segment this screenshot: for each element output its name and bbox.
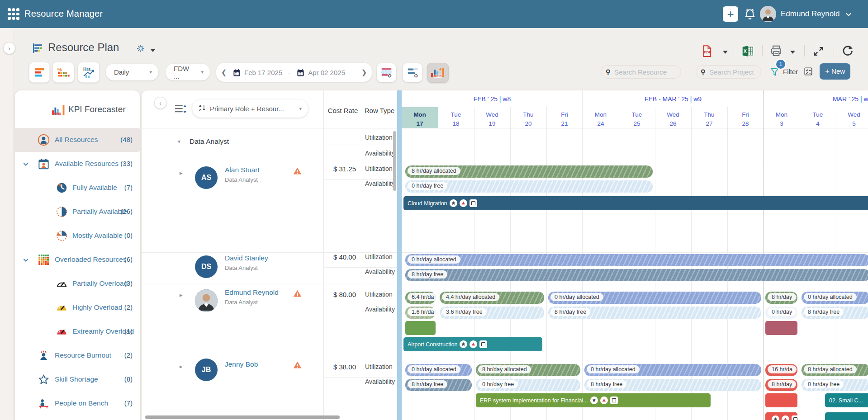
availability-bar[interactable]: 8 hr/day free bbox=[802, 307, 868, 319]
task-square-icon[interactable] bbox=[610, 396, 618, 404]
export-pdf-icon[interactable]: PDF bbox=[700, 44, 714, 58]
resource-name[interactable]: Alan Stuart bbox=[225, 166, 260, 174]
sidebar-item-extreamly-overload[interactable]: Extreamly Overload(1) bbox=[15, 320, 140, 344]
sidebar-item-mostly-available[interactable]: Mostly Available(0) bbox=[15, 224, 140, 248]
allocation-bar[interactable]: 0 hr/day allocated bbox=[584, 364, 761, 376]
availability-bar[interactable]: 0 hr/day bbox=[765, 307, 797, 319]
project-bar-02-small-c[interactable]: 02. Small C... bbox=[825, 393, 868, 407]
alert-triangle-icon[interactable] bbox=[782, 415, 789, 420]
view-hours-button[interactable]: Hrs bbox=[78, 62, 100, 83]
project-bar[interactable] bbox=[405, 321, 436, 335]
sidebar-item-overloaded-resources[interactable]: Overloaded Resources(6) bbox=[15, 248, 140, 272]
row-expander-caret[interactable]: ▸ bbox=[180, 292, 183, 298]
allocation-bar[interactable]: 6.4 hr/da bbox=[405, 292, 436, 304]
export-excel-icon[interactable]: X bbox=[741, 44, 754, 58]
availability-bar[interactable]: 8 hr/day bbox=[765, 379, 797, 391]
date-to-value[interactable]: Apr 02 2025 bbox=[308, 69, 345, 76]
resource-name[interactable]: Jenny Bob bbox=[225, 360, 258, 368]
calendar-granularity-select[interactable]: Daily ▾ bbox=[106, 64, 158, 80]
quick-add-button[interactable]: + bbox=[723, 6, 738, 22]
sidebar-item-resource-burnout[interactable]: Resource Burnout(2) bbox=[15, 344, 140, 368]
star-icon[interactable] bbox=[450, 199, 457, 207]
project-bar[interactable] bbox=[765, 393, 797, 407]
sidebar-item-highly-overload[interactable]: Highly Overload(2) bbox=[15, 296, 140, 320]
chevron-down-icon[interactable] bbox=[22, 160, 29, 168]
project-bar[interactable] bbox=[765, 321, 797, 335]
task-square-icon[interactable] bbox=[479, 340, 487, 348]
allocation-bar[interactable]: 8 hr/day allocated bbox=[476, 364, 580, 376]
alert-triangle-icon[interactable] bbox=[460, 199, 467, 207]
allocation-bar[interactable]: 4.4 hr/day allocated bbox=[440, 292, 544, 304]
app-grid-icon[interactable] bbox=[7, 8, 20, 20]
allocation-bar[interactable]: 0 hr/day allocated bbox=[405, 254, 868, 266]
group-collapse-caret[interactable]: ▾ bbox=[178, 138, 180, 145]
calendar-icon[interactable] bbox=[232, 68, 241, 77]
project-bar-airport-construction[interactable]: Airport Construction bbox=[403, 337, 542, 351]
sidebar-item-available-resources[interactable]: Available Resources(33) bbox=[15, 152, 140, 176]
allocation-bar[interactable]: 8 hr/day allocated bbox=[405, 165, 653, 178]
availability-bar[interactable]: 8 hr/day free bbox=[405, 379, 472, 391]
allocation-bar[interactable]: 0 hr/day allocated bbox=[548, 292, 761, 304]
warning-icon[interactable] bbox=[293, 360, 302, 370]
availability-bar[interactable]: 1.6 hr/da bbox=[405, 307, 436, 319]
new-button[interactable]: + New bbox=[820, 63, 850, 80]
user-name[interactable]: Edmund Reynold bbox=[781, 9, 840, 19]
sidebar-item-all-resources[interactable]: All Resources(48) bbox=[15, 128, 140, 152]
expand-panel-button[interactable]: › bbox=[3, 42, 15, 54]
sidebar-item-partially-available[interactable]: Partially Available(26) bbox=[15, 200, 140, 224]
resource-name[interactable]: Edmund Reynold bbox=[225, 288, 279, 297]
allocation-bar[interactable]: 0 hr/day allocated bbox=[802, 292, 868, 304]
user-avatar[interactable] bbox=[760, 6, 776, 22]
project-bar[interactable] bbox=[765, 412, 797, 420]
kpi-forecaster-toggle-button[interactable]: KPIS bbox=[427, 63, 449, 83]
task-square-icon[interactable] bbox=[470, 199, 477, 207]
availability-bar[interactable]: 0 hr/day free bbox=[405, 180, 653, 193]
view-gantt-button[interactable] bbox=[29, 62, 50, 83]
saved-filters-icon[interactable] bbox=[803, 66, 813, 76]
fullscreen-icon[interactable] bbox=[812, 45, 825, 57]
print-icon[interactable] bbox=[769, 44, 783, 58]
project-bar[interactable] bbox=[825, 412, 868, 420]
row-expander-caret[interactable]: ▸ bbox=[180, 363, 183, 370]
warning-icon[interactable] bbox=[293, 289, 302, 298]
notifications-icon[interactable] bbox=[744, 8, 756, 20]
allocation-bar[interactable]: 0 hr/day allocated bbox=[405, 364, 472, 376]
availability-bar[interactable]: 0 hr/day free bbox=[802, 379, 868, 391]
view-percent-utilization-button[interactable]: % bbox=[52, 62, 74, 83]
star-icon[interactable] bbox=[772, 415, 779, 420]
collapse-left-panel-button[interactable]: ‹ bbox=[154, 97, 166, 109]
star-icon[interactable] bbox=[590, 396, 598, 404]
resource-view-settings-button[interactable] bbox=[377, 63, 396, 82]
alert-triangle-icon[interactable] bbox=[470, 340, 477, 348]
plan-settings-gear-icon[interactable] bbox=[136, 43, 146, 53]
horizontal-scrollbar[interactable] bbox=[145, 415, 340, 419]
availability-bar[interactable]: 0 hr/day free bbox=[476, 379, 580, 391]
date-next-button[interactable]: ❯ bbox=[356, 68, 372, 76]
row-expander-caret[interactable]: ▸ bbox=[180, 170, 183, 176]
availability-bar[interactable]: 3.6 hr/day free bbox=[440, 307, 544, 319]
calendar-icon[interactable] bbox=[296, 68, 305, 77]
sidebar-item-partially-overload[interactable]: Partially Overload(3) bbox=[15, 272, 140, 296]
star-icon[interactable] bbox=[460, 340, 467, 348]
print-options-caret[interactable] bbox=[790, 48, 796, 53]
plan-profile-select[interactable]: FDW ... ▾ bbox=[166, 64, 210, 80]
user-menu-caret[interactable] bbox=[845, 11, 852, 18]
chevron-down-icon[interactable] bbox=[22, 256, 29, 264]
project-view-settings-button[interactable] bbox=[403, 63, 422, 82]
date-from-value[interactable]: Feb 17 2025 bbox=[244, 69, 282, 76]
plan-menu-caret[interactable] bbox=[150, 47, 156, 51]
availability-bar[interactable]: 8 hr/day free bbox=[548, 307, 761, 319]
search-project-input[interactable] bbox=[708, 68, 756, 76]
filter-label[interactable]: Filter bbox=[783, 68, 798, 76]
refresh-icon[interactable] bbox=[841, 45, 854, 57]
vertical-scrollbar[interactable] bbox=[393, 131, 396, 191]
alert-triangle-icon[interactable] bbox=[600, 396, 608, 404]
task-square-icon[interactable] bbox=[792, 415, 797, 420]
sidebar-item-people-on-bench[interactable]: People on Bench(7) bbox=[15, 392, 140, 415]
project-bar-cloud-migration[interactable]: Cloud Migration bbox=[403, 196, 868, 210]
sidebar-item-skill-shortage[interactable]: Skill Shortage(8) bbox=[15, 368, 140, 392]
row-menu-icon[interactable] bbox=[174, 104, 187, 114]
allocation-bar[interactable]: 16 hr/da bbox=[765, 364, 797, 376]
project-bar-erp-system-implementation-for-financial[interactable]: ERP system implementation for Financial.… bbox=[476, 393, 711, 407]
date-prev-button[interactable]: ❮ bbox=[216, 68, 232, 76]
